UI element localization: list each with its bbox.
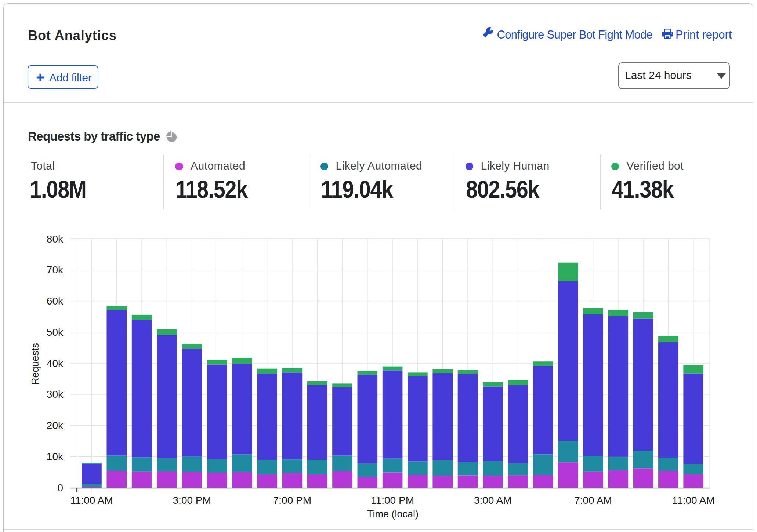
svg-text:Time (local): Time (local) <box>367 509 419 520</box>
svg-text:Requests: Requests <box>30 343 41 385</box>
svg-text:50k: 50k <box>47 327 64 338</box>
svg-text:11:00 AM: 11:00 AM <box>70 495 113 506</box>
svg-text:20k: 20k <box>47 420 64 431</box>
svg-text:10k: 10k <box>47 451 64 462</box>
svg-text:7:00 PM: 7:00 PM <box>273 495 311 506</box>
svg-text:40k: 40k <box>47 358 64 369</box>
svg-text:7:00 AM: 7:00 AM <box>574 495 612 506</box>
svg-text:0: 0 <box>57 482 63 493</box>
svg-text:3:00 PM: 3:00 PM <box>173 495 211 506</box>
svg-text:70k: 70k <box>47 264 64 276</box>
svg-text:3:00 AM: 3:00 AM <box>474 495 512 506</box>
svg-text:80k: 80k <box>47 233 64 245</box>
svg-text:60k: 60k <box>47 295 64 307</box>
svg-text:30k: 30k <box>47 389 64 400</box>
svg-text:11:00 AM: 11:00 AM <box>672 495 715 506</box>
svg-text:11:00 PM: 11:00 PM <box>371 495 414 506</box>
